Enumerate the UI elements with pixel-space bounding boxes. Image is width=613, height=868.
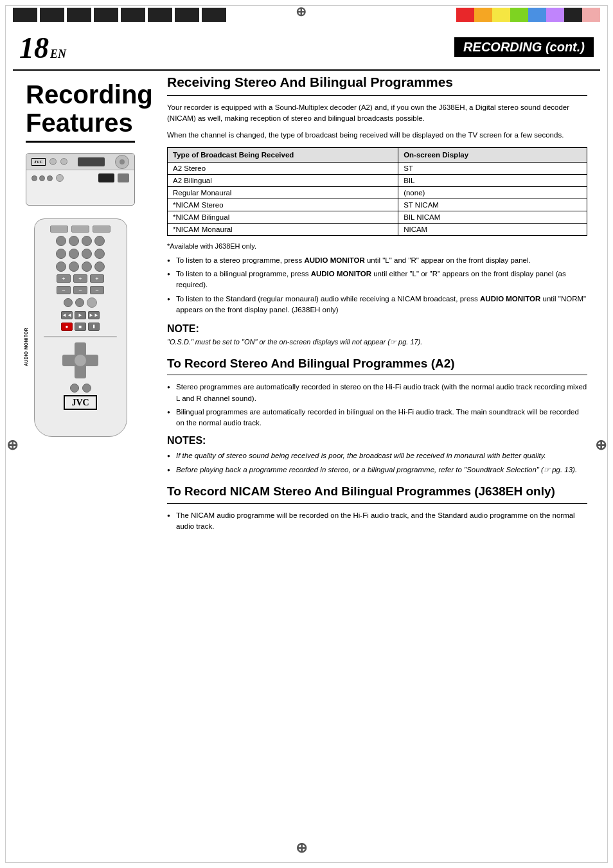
list-item: The NICAM audio programme will be record… bbox=[167, 510, 587, 533]
page-number-area: 18 EN bbox=[19, 33, 66, 63]
list-item: Before playing back a programme recorded… bbox=[167, 465, 587, 475]
crosshair-top: ⊕ bbox=[296, 4, 306, 19]
color-block-red bbox=[456, 8, 474, 22]
table-row: *NICAM MonauralNICAM bbox=[168, 223, 587, 235]
table-row: A2 BilingualBIL bbox=[168, 174, 587, 186]
note-block: NOTE: "O.S.D." must be set to "ON" or th… bbox=[167, 323, 587, 347]
table-col2-header: On-screen Display bbox=[398, 147, 587, 162]
table-cell-display: (none) bbox=[398, 186, 587, 199]
table-cell-type: Regular Monaural bbox=[168, 186, 398, 199]
notes2-block: NOTES: If the quality of stereo sound be… bbox=[167, 435, 587, 475]
remote-jvc-logo: JVC bbox=[40, 398, 121, 408]
table-cell-type: A2 Stereo bbox=[168, 162, 398, 174]
table-row: *NICAM StereoST NICAM bbox=[168, 199, 587, 211]
list-item: To listen to the Standard (regular monau… bbox=[167, 294, 587, 316]
remote-control: AUDIO MONITOR bbox=[29, 218, 132, 437]
list-item: Stereo programmes are automatically reco… bbox=[167, 382, 587, 404]
table-footnote: *Available with J638EH only. bbox=[167, 242, 587, 250]
page-number: 18 bbox=[19, 33, 49, 63]
note-text: "O.S.D." must be set to "ON" or the on-s… bbox=[167, 337, 587, 347]
color-block-yellow bbox=[492, 8, 510, 22]
border-bottom bbox=[5, 862, 608, 863]
notes2-bullet-list: If the quality of stereo sound being rec… bbox=[167, 450, 587, 475]
list-item: To listen to a stereo programme, press A… bbox=[167, 255, 587, 266]
table-cell-display: BIL NICAM bbox=[398, 211, 587, 223]
section1-para2: When the channel is changed, the type of… bbox=[167, 130, 587, 141]
list-item: If the quality of stereo sound being rec… bbox=[167, 450, 587, 461]
section1-divider bbox=[167, 95, 587, 96]
table-row: A2 StereoST bbox=[168, 162, 587, 174]
list-item: Bilingual programmes are automatically r… bbox=[167, 407, 587, 429]
table-cell-type: A2 Bilingual bbox=[168, 174, 398, 186]
section3-bullet-list: The NICAM audio programme will be record… bbox=[167, 510, 587, 533]
section-title: Recording Features bbox=[26, 80, 135, 143]
table-cell-display: ST bbox=[398, 162, 587, 174]
top-black-bar bbox=[13, 8, 226, 22]
vcr-knob bbox=[115, 155, 129, 169]
section1-bullet-list: To listen to a stereo programme, press A… bbox=[167, 255, 587, 315]
note-label: NOTE: bbox=[167, 323, 587, 335]
border-top bbox=[5, 5, 608, 6]
table-row: *NICAM BilingualBIL NICAM bbox=[168, 211, 587, 223]
section3-divider bbox=[167, 503, 587, 504]
color-block-green bbox=[510, 8, 528, 22]
left-column: Recording Features JVC bbox=[0, 74, 154, 443]
vcr-btn-right bbox=[118, 173, 129, 182]
vcr-circle2 bbox=[60, 158, 67, 165]
section2-divider bbox=[167, 375, 587, 375]
top-color-bar bbox=[456, 8, 600, 22]
vcr-device: JVC bbox=[26, 153, 135, 206]
section1-heading: Receiving Stereo And Bilingual Programme… bbox=[167, 74, 587, 90]
vcr-tape-slot bbox=[78, 157, 105, 166]
section2-bullet-list: Stereo programmes are automatically reco… bbox=[167, 382, 587, 429]
vcr-dial bbox=[56, 174, 64, 182]
border-right bbox=[607, 5, 608, 863]
section2-heading: To Record Stereo And Bilingual Programme… bbox=[167, 357, 587, 371]
color-block-purple bbox=[546, 8, 564, 22]
audio-monitor-label: AUDIO MONITOR bbox=[24, 328, 28, 366]
vcr-circle1 bbox=[49, 158, 57, 165]
color-block-black bbox=[564, 8, 582, 22]
table-cell-display: ST NICAM bbox=[398, 199, 587, 211]
crosshair-bottom: ⊕ bbox=[296, 840, 307, 856]
table-row: Regular Monaural(none) bbox=[168, 186, 587, 199]
table-cell-display: NICAM bbox=[398, 223, 587, 235]
table-cell-type: *NICAM Monaural bbox=[168, 223, 398, 235]
vcr-display bbox=[98, 173, 114, 182]
right-column: Receiving Stereo And Bilingual Programme… bbox=[154, 74, 600, 562]
vcr-logo: JVC bbox=[31, 158, 46, 166]
color-block-blue bbox=[528, 8, 546, 22]
table-cell-type: *NICAM Stereo bbox=[168, 199, 398, 211]
table-col1-header: Type of Broadcast Being Received bbox=[168, 147, 398, 162]
section3-heading: To Record NICAM Stereo And Bilingual Pro… bbox=[167, 484, 587, 499]
color-block-orange bbox=[474, 8, 492, 22]
table-cell-type: *NICAM Bilingual bbox=[168, 211, 398, 223]
vcr-btn-group bbox=[31, 175, 53, 181]
header-underline bbox=[13, 69, 600, 71]
broadcast-table: Type of Broadcast Being Received On-scre… bbox=[167, 147, 587, 236]
list-item: To listen to a bilingual programme, pres… bbox=[167, 269, 587, 291]
table-cell-display: BIL bbox=[398, 174, 587, 186]
header-title: RECORDING (cont.) bbox=[454, 37, 594, 57]
notes2-label: NOTES: bbox=[167, 435, 587, 447]
color-block-pink bbox=[582, 8, 600, 22]
section1-para1: Your recorder is equipped with a Sound-M… bbox=[167, 102, 587, 125]
page-lang: EN bbox=[50, 48, 66, 61]
